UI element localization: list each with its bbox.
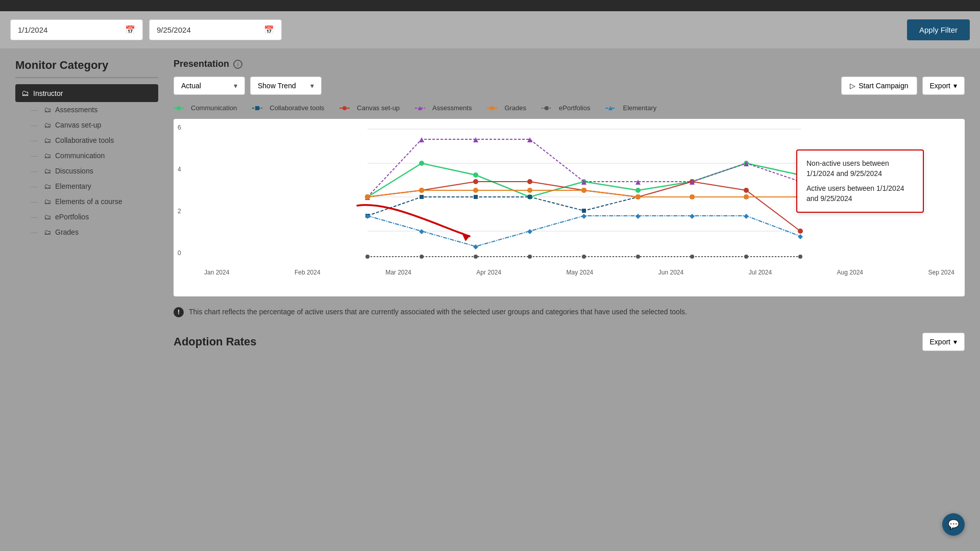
end-date-input[interactable]: 9/25/2024 📅 [149,19,282,40]
end-date-calendar-icon[interactable]: 📅 [264,25,274,35]
adoption-header: Adoption Rates Export ▾ [174,333,965,351]
svg-marker-79 [690,214,695,219]
start-campaign-button[interactable]: ▷ Start Campaign [841,77,917,95]
x-label-may: May 2024 [567,269,594,276]
dash-icon: — [31,106,38,114]
sidebar-item-instructor[interactable]: 🗂 Instructor [15,84,158,102]
sidebar: Monitor Category 🗂 Instructor — 🗂 Assess… [15,59,158,359]
x-label-jan: Jan 2024 [204,269,229,276]
svg-point-5 [342,106,347,110]
adoption-export-button[interactable]: Export ▾ [922,333,965,351]
y-axis-labels: 6 4 2 0 [178,124,181,257]
info-note-text: This chart reflects the percentage of ac… [189,307,687,317]
sidebar-item-label: Grades [55,228,79,236]
sidebar-item-elementary[interactable]: — 🗂 Elementary [15,179,158,194]
sidebar-item-label: Discussions [55,167,93,175]
start-date-value: 1/1/2024 [18,26,47,34]
svg-point-55 [365,194,370,199]
svg-point-44 [744,188,749,193]
legend-label: Canvas set-up [357,104,400,112]
x-label-jul: Jul 2024 [749,269,772,276]
sidebar-item-elements-of-course[interactable]: — 🗂 Elements of a course [15,194,158,209]
svg-point-45 [798,229,803,234]
sidebar-item-collaborative-tools[interactable]: — 🗂 Collaborative tools [15,133,158,148]
legend-line-assessments [415,105,429,111]
chart-section: Presentation i Actual ▾ Show Trend ▾ ▷ S… [174,59,965,359]
sidebar-item-canvas-setup[interactable]: — 🗂 Canvas set-up [15,117,158,133]
svg-point-40 [527,179,532,184]
folder-icon: 🗂 [44,213,51,221]
start-date-input[interactable]: 1/1/2024 📅 [10,19,143,40]
start-date-calendar-icon[interactable]: 📅 [125,25,135,35]
svg-rect-30 [474,195,478,199]
legend-line-eportfolios [542,105,556,111]
svg-marker-47 [419,137,424,142]
end-date-value: 9/25/2024 [157,26,191,34]
sidebar-item-assessments[interactable]: — 🗂 Assessments [15,102,158,117]
actual-dropdown[interactable]: Actual ▾ [174,77,245,95]
chart-tooltip: Non-active users between 1/1/2024 and 9/… [796,149,924,213]
svg-point-62 [744,194,749,199]
svg-point-21 [473,172,478,178]
sidebar-item-label: Instructor [33,89,63,97]
x-label-sep: Sep 2024 [928,269,954,276]
svg-point-57 [473,188,478,193]
svg-point-1 [177,106,181,110]
folder-icon: 🗂 [44,121,51,129]
dash-icon: — [31,152,38,160]
svg-point-68 [582,255,586,259]
sidebar-item-eportfolios[interactable]: — 🗂 ePortfolios [15,209,158,224]
folder-icon: 🗂 [44,228,51,236]
svg-rect-32 [582,209,586,213]
chevron-down-icon: ▾ [234,82,237,90]
legend-label: Assessments [432,104,472,112]
start-campaign-label: Start Campaign [859,82,908,90]
svg-marker-75 [473,244,478,249]
legend-line-canvas [339,105,354,111]
svg-marker-80 [744,214,749,219]
chevron-down-icon: ▾ [953,338,957,346]
x-label-apr: Apr 2024 [476,269,501,276]
export-button[interactable]: Export ▾ [922,77,965,95]
legend-label: Collaborative tools [270,104,324,112]
sidebar-item-communication[interactable]: — 🗂 Communication [15,148,158,163]
svg-point-9 [490,106,494,110]
svg-point-56 [419,188,424,193]
show-trend-dropdown[interactable]: Show Trend ▾ [250,77,322,95]
svg-point-59 [581,188,586,193]
svg-point-71 [744,255,748,259]
chart-legend: Communication Collaborative tools Canvas… [174,104,965,112]
play-icon: ▷ [850,82,855,90]
svg-point-70 [690,255,694,259]
sidebar-item-grades[interactable]: — 🗂 Grades [15,224,158,240]
adoption-export-label: Export [930,338,950,346]
actual-label: Actual [181,82,201,90]
x-label-jun: Jun 2024 [658,269,683,276]
presentation-info-icon[interactable]: i [233,60,242,69]
svg-point-65 [420,255,424,259]
dash-icon: — [31,213,38,221]
svg-marker-78 [635,214,641,219]
info-note: ! This chart reflects the percentage of … [174,307,965,317]
legend-line-communication [174,105,188,111]
svg-point-20 [419,161,424,166]
apply-filter-button[interactable]: Apply Filter [907,19,970,40]
chat-bubble-button[interactable]: 💬 [942,513,965,536]
top-bar [0,0,980,11]
dash-icon: — [31,121,38,129]
legend-label: ePortfolios [559,104,590,112]
folder-icon: 🗂 [44,167,51,175]
chevron-down-icon: ▾ [310,82,314,90]
svg-rect-29 [420,195,424,199]
sidebar-item-label: Elementary [55,182,91,190]
presentation-header: Presentation i [174,59,965,69]
svg-point-39 [473,179,478,184]
chat-icon: 💬 [948,519,959,530]
sidebar-item-label: Elements of a course [55,197,122,206]
folder-icon: 🗂 [21,89,29,97]
sidebar-item-discussions[interactable]: — 🗂 Discussions [15,163,158,179]
sidebar-item-label: Canvas set-up [55,121,101,129]
svg-point-58 [527,188,532,193]
y-label-6: 6 [178,124,181,131]
dash-icon: — [31,182,38,190]
